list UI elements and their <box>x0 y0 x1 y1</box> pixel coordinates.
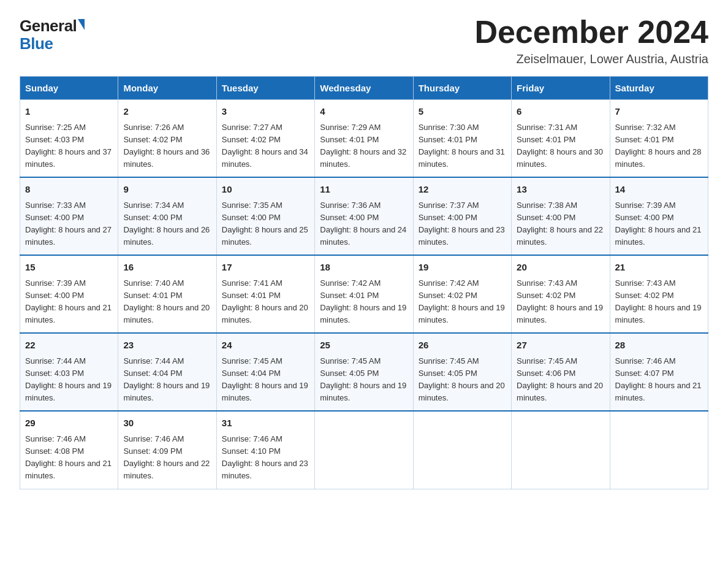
calendar-day-cell: 8Sunrise: 7:33 AMSunset: 4:00 PMDaylight… <box>20 177 118 255</box>
month-title: December 2024 <box>474 15 708 50</box>
weekday-header-monday: Monday <box>118 77 216 100</box>
day-number: 15 <box>25 261 113 275</box>
day-info: Sunrise: 7:44 AMSunset: 4:04 PMDaylight:… <box>123 355 211 405</box>
day-info: Sunrise: 7:39 AMSunset: 4:00 PMDaylight:… <box>615 199 703 249</box>
calendar-day-cell: 10Sunrise: 7:35 AMSunset: 4:00 PMDayligh… <box>216 177 314 255</box>
calendar-week-row: 15Sunrise: 7:39 AMSunset: 4:00 PMDayligh… <box>20 255 708 333</box>
day-number: 14 <box>615 183 703 197</box>
day-info: Sunrise: 7:33 AMSunset: 4:00 PMDaylight:… <box>25 199 113 249</box>
day-number: 6 <box>517 105 604 119</box>
calendar-day-cell: 12Sunrise: 7:37 AMSunset: 4:00 PMDayligh… <box>413 177 511 255</box>
calendar-day-cell: 18Sunrise: 7:42 AMSunset: 4:01 PMDayligh… <box>315 255 413 333</box>
calendar-week-row: 1Sunrise: 7:25 AMSunset: 4:03 PMDaylight… <box>20 100 708 178</box>
day-info: Sunrise: 7:45 AMSunset: 4:04 PMDaylight:… <box>222 355 309 405</box>
day-info: Sunrise: 7:43 AMSunset: 4:02 PMDaylight:… <box>517 277 604 327</box>
calendar-day-cell <box>610 411 708 489</box>
weekday-header-friday: Friday <box>512 77 610 100</box>
day-info: Sunrise: 7:25 AMSunset: 4:03 PMDaylight:… <box>25 121 113 171</box>
calendar-day-cell: 13Sunrise: 7:38 AMSunset: 4:00 PMDayligh… <box>512 177 610 255</box>
calendar-day-cell: 4Sunrise: 7:29 AMSunset: 4:01 PMDaylight… <box>315 100 413 178</box>
day-info: Sunrise: 7:27 AMSunset: 4:02 PMDaylight:… <box>222 121 309 171</box>
calendar-week-row: 8Sunrise: 7:33 AMSunset: 4:00 PMDaylight… <box>20 177 708 255</box>
day-number: 16 <box>123 261 211 275</box>
day-info: Sunrise: 7:35 AMSunset: 4:00 PMDaylight:… <box>222 199 309 249</box>
weekday-header-row: SundayMondayTuesdayWednesdayThursdayFrid… <box>20 77 708 100</box>
calendar-day-cell: 11Sunrise: 7:36 AMSunset: 4:00 PMDayligh… <box>315 177 413 255</box>
calendar-day-cell: 16Sunrise: 7:40 AMSunset: 4:01 PMDayligh… <box>118 255 216 333</box>
day-info: Sunrise: 7:46 AMSunset: 4:07 PMDaylight:… <box>615 355 703 405</box>
day-number: 2 <box>123 105 211 119</box>
day-info: Sunrise: 7:39 AMSunset: 4:00 PMDaylight:… <box>25 277 113 327</box>
day-number: 28 <box>615 339 703 353</box>
calendar-day-cell: 28Sunrise: 7:46 AMSunset: 4:07 PMDayligh… <box>610 333 708 411</box>
calendar-day-cell: 31Sunrise: 7:46 AMSunset: 4:10 PMDayligh… <box>216 411 314 489</box>
calendar-day-cell: 22Sunrise: 7:44 AMSunset: 4:03 PMDayligh… <box>20 333 118 411</box>
day-number: 21 <box>615 261 703 275</box>
day-info: Sunrise: 7:45 AMSunset: 4:05 PMDaylight:… <box>320 355 408 405</box>
day-info: Sunrise: 7:42 AMSunset: 4:02 PMDaylight:… <box>419 277 506 327</box>
logo: General Blue <box>20 17 85 52</box>
calendar-day-cell: 23Sunrise: 7:44 AMSunset: 4:04 PMDayligh… <box>118 333 216 411</box>
day-number: 9 <box>123 183 211 197</box>
weekday-header-thursday: Thursday <box>413 77 511 100</box>
calendar-day-cell <box>315 411 413 489</box>
calendar-day-cell: 6Sunrise: 7:31 AMSunset: 4:01 PMDaylight… <box>512 100 610 178</box>
calendar-day-cell <box>512 411 610 489</box>
calendar-day-cell: 1Sunrise: 7:25 AMSunset: 4:03 PMDaylight… <box>20 100 118 178</box>
day-info: Sunrise: 7:46 AMSunset: 4:10 PMDaylight:… <box>222 433 309 483</box>
calendar-day-cell: 5Sunrise: 7:30 AMSunset: 4:01 PMDaylight… <box>413 100 511 178</box>
calendar-day-cell <box>413 411 511 489</box>
calendar-day-cell: 27Sunrise: 7:45 AMSunset: 4:06 PMDayligh… <box>512 333 610 411</box>
calendar-table: SundayMondayTuesdayWednesdayThursdayFrid… <box>20 76 708 489</box>
day-info: Sunrise: 7:37 AMSunset: 4:00 PMDaylight:… <box>419 199 506 249</box>
calendar-day-cell: 20Sunrise: 7:43 AMSunset: 4:02 PMDayligh… <box>512 255 610 333</box>
logo-general-text: General <box>20 17 77 35</box>
day-number: 1 <box>25 105 113 119</box>
day-number: 12 <box>419 183 506 197</box>
day-info: Sunrise: 7:44 AMSunset: 4:03 PMDaylight:… <box>25 355 113 405</box>
day-info: Sunrise: 7:38 AMSunset: 4:00 PMDaylight:… <box>517 199 604 249</box>
day-number: 10 <box>222 183 309 197</box>
day-info: Sunrise: 7:36 AMSunset: 4:00 PMDaylight:… <box>320 199 408 249</box>
day-number: 27 <box>517 339 604 353</box>
logo-triangle-icon <box>78 19 85 30</box>
calendar-day-cell: 7Sunrise: 7:32 AMSunset: 4:01 PMDaylight… <box>610 100 708 178</box>
day-info: Sunrise: 7:43 AMSunset: 4:02 PMDaylight:… <box>615 277 703 327</box>
day-info: Sunrise: 7:34 AMSunset: 4:00 PMDaylight:… <box>123 199 211 249</box>
calendar-day-cell: 19Sunrise: 7:42 AMSunset: 4:02 PMDayligh… <box>413 255 511 333</box>
day-number: 24 <box>222 339 309 353</box>
day-info: Sunrise: 7:26 AMSunset: 4:02 PMDaylight:… <box>123 121 211 171</box>
day-number: 11 <box>320 183 408 197</box>
day-info: Sunrise: 7:46 AMSunset: 4:09 PMDaylight:… <box>123 433 211 483</box>
page-header: General Blue December 2024 Zeiselmauer, … <box>20 15 708 66</box>
day-number: 3 <box>222 105 309 119</box>
day-number: 26 <box>419 339 506 353</box>
calendar-day-cell: 17Sunrise: 7:41 AMSunset: 4:01 PMDayligh… <box>216 255 314 333</box>
day-number: 20 <box>517 261 604 275</box>
logo-blue-text: Blue <box>20 35 53 53</box>
calendar-day-cell: 21Sunrise: 7:43 AMSunset: 4:02 PMDayligh… <box>610 255 708 333</box>
day-number: 8 <box>25 183 113 197</box>
calendar-day-cell: 24Sunrise: 7:45 AMSunset: 4:04 PMDayligh… <box>216 333 314 411</box>
day-number: 25 <box>320 339 408 353</box>
day-number: 7 <box>615 105 703 119</box>
calendar-day-cell: 2Sunrise: 7:26 AMSunset: 4:02 PMDaylight… <box>118 100 216 178</box>
day-info: Sunrise: 7:32 AMSunset: 4:01 PMDaylight:… <box>615 121 703 171</box>
day-number: 30 <box>123 416 211 431</box>
day-number: 17 <box>222 261 309 275</box>
day-number: 18 <box>320 261 408 275</box>
day-info: Sunrise: 7:46 AMSunset: 4:08 PMDaylight:… <box>25 433 113 483</box>
weekday-header-sunday: Sunday <box>20 77 118 100</box>
day-number: 29 <box>25 416 113 431</box>
calendar-day-cell: 26Sunrise: 7:45 AMSunset: 4:05 PMDayligh… <box>413 333 511 411</box>
calendar-day-cell: 29Sunrise: 7:46 AMSunset: 4:08 PMDayligh… <box>20 411 118 489</box>
calendar-day-cell: 15Sunrise: 7:39 AMSunset: 4:00 PMDayligh… <box>20 255 118 333</box>
day-info: Sunrise: 7:42 AMSunset: 4:01 PMDaylight:… <box>320 277 408 327</box>
day-info: Sunrise: 7:45 AMSunset: 4:05 PMDaylight:… <box>419 355 506 405</box>
calendar-day-cell: 3Sunrise: 7:27 AMSunset: 4:02 PMDaylight… <box>216 100 314 178</box>
day-number: 23 <box>123 339 211 353</box>
calendar-day-cell: 25Sunrise: 7:45 AMSunset: 4:05 PMDayligh… <box>315 333 413 411</box>
location-text: Zeiselmauer, Lower Austria, Austria <box>474 52 708 66</box>
calendar-day-cell: 9Sunrise: 7:34 AMSunset: 4:00 PMDaylight… <box>118 177 216 255</box>
calendar-week-row: 29Sunrise: 7:46 AMSunset: 4:08 PMDayligh… <box>20 411 708 489</box>
